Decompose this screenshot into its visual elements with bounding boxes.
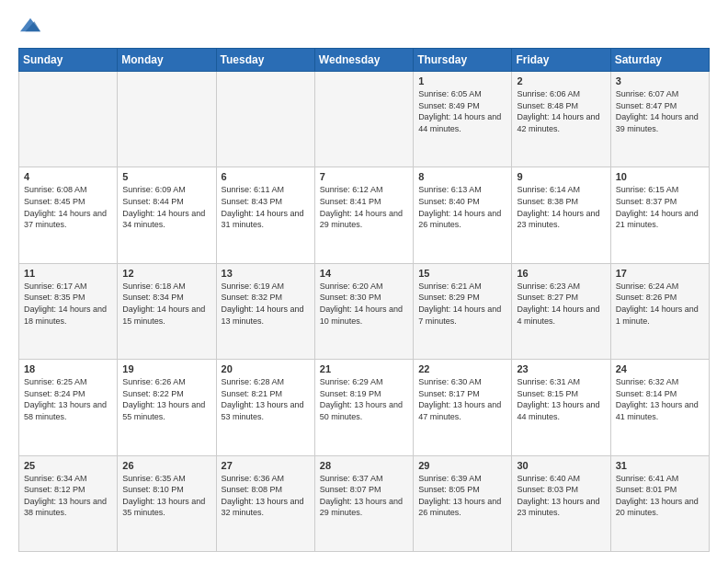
day-number: 30 xyxy=(517,460,605,471)
day-info: Sunrise: 6:28 AM Sunset: 8:21 PM Dayligh… xyxy=(222,376,310,422)
day-info: Sunrise: 6:14 AM Sunset: 8:38 PM Dayligh… xyxy=(517,184,605,230)
day-number: 7 xyxy=(320,171,408,182)
day-number: 31 xyxy=(616,460,704,471)
day-header-tuesday: Tuesday xyxy=(216,49,314,72)
day-cell: 11Sunrise: 6:17 AM Sunset: 8:35 PM Dayli… xyxy=(19,263,118,359)
day-number: 20 xyxy=(222,363,310,374)
day-info: Sunrise: 6:11 AM Sunset: 8:43 PM Dayligh… xyxy=(222,184,310,230)
week-row-3: 18Sunrise: 6:25 AM Sunset: 8:24 PM Dayli… xyxy=(19,360,710,455)
day-cell: 14Sunrise: 6:20 AM Sunset: 8:30 PM Dayli… xyxy=(314,263,413,359)
day-cell: 6Sunrise: 6:11 AM Sunset: 8:43 PM Daylig… xyxy=(216,167,314,263)
day-info: Sunrise: 6:06 AM Sunset: 8:48 PM Dayligh… xyxy=(517,88,605,134)
day-cell: 12Sunrise: 6:18 AM Sunset: 8:34 PM Dayli… xyxy=(118,263,216,359)
day-info: Sunrise: 6:41 AM Sunset: 8:01 PM Dayligh… xyxy=(616,473,704,519)
logo-icon xyxy=(20,15,40,35)
day-cell: 8Sunrise: 6:13 AM Sunset: 8:40 PM Daylig… xyxy=(414,167,512,263)
week-row-4: 25Sunrise: 6:34 AM Sunset: 8:12 PM Dayli… xyxy=(19,455,710,551)
day-cell: 21Sunrise: 6:29 AM Sunset: 8:19 PM Dayli… xyxy=(314,360,413,455)
day-info: Sunrise: 6:30 AM Sunset: 8:17 PM Dayligh… xyxy=(418,376,506,422)
day-info: Sunrise: 6:29 AM Sunset: 8:19 PM Dayligh… xyxy=(320,376,408,422)
day-cell: 27Sunrise: 6:36 AM Sunset: 8:08 PM Dayli… xyxy=(216,455,314,551)
day-number: 1 xyxy=(418,75,506,86)
day-info: Sunrise: 6:09 AM Sunset: 8:44 PM Dayligh… xyxy=(122,184,210,230)
day-info: Sunrise: 6:08 AM Sunset: 8:45 PM Dayligh… xyxy=(24,184,112,230)
calendar-page: SundayMondayTuesdayWednesdayThursdayFrid… xyxy=(0,0,728,563)
day-number: 11 xyxy=(24,268,112,279)
day-cell: 28Sunrise: 6:37 AM Sunset: 8:07 PM Dayli… xyxy=(314,455,413,551)
day-info: Sunrise: 6:36 AM Sunset: 8:08 PM Dayligh… xyxy=(222,473,310,519)
day-number: 15 xyxy=(418,268,506,279)
day-cell: 16Sunrise: 6:23 AM Sunset: 8:27 PM Dayli… xyxy=(512,263,610,359)
day-info: Sunrise: 6:07 AM Sunset: 8:47 PM Dayligh… xyxy=(616,88,704,134)
day-info: Sunrise: 6:21 AM Sunset: 8:29 PM Dayligh… xyxy=(418,281,506,327)
day-info: Sunrise: 6:37 AM Sunset: 8:07 PM Dayligh… xyxy=(320,473,408,519)
day-number: 16 xyxy=(517,268,605,279)
day-info: Sunrise: 6:15 AM Sunset: 8:37 PM Dayligh… xyxy=(616,184,704,230)
day-cell: 13Sunrise: 6:19 AM Sunset: 8:32 PM Dayli… xyxy=(216,263,314,359)
day-info: Sunrise: 6:05 AM Sunset: 8:49 PM Dayligh… xyxy=(418,88,506,134)
day-number: 24 xyxy=(616,363,704,374)
day-number: 3 xyxy=(616,75,704,86)
day-info: Sunrise: 6:40 AM Sunset: 8:03 PM Dayligh… xyxy=(517,473,605,519)
day-cell: 17Sunrise: 6:24 AM Sunset: 8:26 PM Dayli… xyxy=(610,263,709,359)
day-header-monday: Monday xyxy=(118,49,216,72)
day-cell: 26Sunrise: 6:35 AM Sunset: 8:10 PM Dayli… xyxy=(118,455,216,551)
day-number: 26 xyxy=(122,460,210,471)
day-cell: 31Sunrise: 6:41 AM Sunset: 8:01 PM Dayli… xyxy=(610,455,709,551)
header-row: SundayMondayTuesdayWednesdayThursdayFrid… xyxy=(19,49,710,72)
day-cell: 1Sunrise: 6:05 AM Sunset: 8:49 PM Daylig… xyxy=(414,72,512,167)
day-cell: 9Sunrise: 6:14 AM Sunset: 8:38 PM Daylig… xyxy=(512,167,610,263)
day-number: 4 xyxy=(24,171,112,182)
day-cell: 24Sunrise: 6:32 AM Sunset: 8:14 PM Dayli… xyxy=(610,360,709,455)
day-header-wednesday: Wednesday xyxy=(314,49,413,72)
day-info: Sunrise: 6:19 AM Sunset: 8:32 PM Dayligh… xyxy=(222,281,310,327)
day-cell: 29Sunrise: 6:39 AM Sunset: 8:05 PM Dayli… xyxy=(414,455,512,551)
day-info: Sunrise: 6:12 AM Sunset: 8:41 PM Dayligh… xyxy=(320,184,408,230)
day-info: Sunrise: 6:23 AM Sunset: 8:27 PM Dayligh… xyxy=(517,281,605,327)
week-row-0: 1Sunrise: 6:05 AM Sunset: 8:49 PM Daylig… xyxy=(19,72,710,167)
day-cell: 4Sunrise: 6:08 AM Sunset: 8:45 PM Daylig… xyxy=(19,167,118,263)
day-header-friday: Friday xyxy=(512,49,610,72)
day-header-saturday: Saturday xyxy=(610,49,709,72)
day-cell: 10Sunrise: 6:15 AM Sunset: 8:37 PM Dayli… xyxy=(610,167,709,263)
day-cell: 22Sunrise: 6:30 AM Sunset: 8:17 PM Dayli… xyxy=(414,360,512,455)
day-number: 13 xyxy=(222,268,310,279)
day-info: Sunrise: 6:31 AM Sunset: 8:15 PM Dayligh… xyxy=(517,376,605,422)
day-number: 12 xyxy=(122,268,210,279)
day-cell: 5Sunrise: 6:09 AM Sunset: 8:44 PM Daylig… xyxy=(118,167,216,263)
day-info: Sunrise: 6:24 AM Sunset: 8:26 PM Dayligh… xyxy=(616,281,704,327)
day-info: Sunrise: 6:17 AM Sunset: 8:35 PM Dayligh… xyxy=(24,281,112,327)
calendar-table: SundayMondayTuesdayWednesdayThursdayFrid… xyxy=(18,48,710,552)
day-number: 10 xyxy=(616,171,704,182)
day-cell: 18Sunrise: 6:25 AM Sunset: 8:24 PM Dayli… xyxy=(19,360,118,455)
day-cell xyxy=(19,72,118,167)
day-number: 2 xyxy=(517,75,605,86)
day-number: 29 xyxy=(418,460,506,471)
day-number: 17 xyxy=(616,268,704,279)
day-number: 18 xyxy=(24,363,112,374)
day-number: 28 xyxy=(320,460,408,471)
day-number: 9 xyxy=(517,171,605,182)
day-number: 27 xyxy=(222,460,310,471)
day-cell: 3Sunrise: 6:07 AM Sunset: 8:47 PM Daylig… xyxy=(610,72,709,167)
calendar-body: 1Sunrise: 6:05 AM Sunset: 8:49 PM Daylig… xyxy=(19,72,710,552)
day-cell xyxy=(216,72,314,167)
day-number: 23 xyxy=(517,363,605,374)
day-cell: 15Sunrise: 6:21 AM Sunset: 8:29 PM Dayli… xyxy=(414,263,512,359)
day-info: Sunrise: 6:35 AM Sunset: 8:10 PM Dayligh… xyxy=(122,473,210,519)
day-number: 21 xyxy=(320,363,408,374)
day-header-sunday: Sunday xyxy=(19,49,118,72)
day-cell: 2Sunrise: 6:06 AM Sunset: 8:48 PM Daylig… xyxy=(512,72,610,167)
day-info: Sunrise: 6:26 AM Sunset: 8:22 PM Dayligh… xyxy=(122,376,210,422)
day-info: Sunrise: 6:32 AM Sunset: 8:14 PM Dayligh… xyxy=(616,376,704,422)
day-cell: 20Sunrise: 6:28 AM Sunset: 8:21 PM Dayli… xyxy=(216,360,314,455)
day-number: 14 xyxy=(320,268,408,279)
day-number: 5 xyxy=(122,171,210,182)
day-number: 22 xyxy=(418,363,506,374)
day-number: 19 xyxy=(122,363,210,374)
day-info: Sunrise: 6:25 AM Sunset: 8:24 PM Dayligh… xyxy=(24,376,112,422)
day-info: Sunrise: 6:34 AM Sunset: 8:12 PM Dayligh… xyxy=(24,473,112,519)
day-cell: 23Sunrise: 6:31 AM Sunset: 8:15 PM Dayli… xyxy=(512,360,610,455)
day-info: Sunrise: 6:13 AM Sunset: 8:40 PM Dayligh… xyxy=(418,184,506,230)
week-row-1: 4Sunrise: 6:08 AM Sunset: 8:45 PM Daylig… xyxy=(19,167,710,263)
